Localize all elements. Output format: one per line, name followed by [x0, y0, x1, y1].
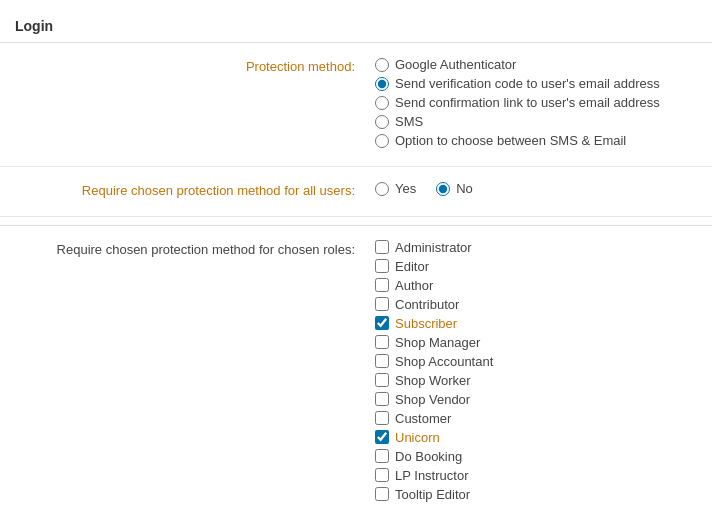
- protection-method-row: Protection method: Google AuthenticatorS…: [0, 43, 712, 167]
- protection-method-option[interactable]: Google Authenticator: [375, 57, 702, 72]
- protection-method-options: Google AuthenticatorSend verification co…: [370, 43, 712, 167]
- require-roles-row: Require chosen protection method for cho…: [0, 225, 712, 515]
- role-checkbox-option[interactable]: Shop Worker: [375, 373, 702, 388]
- require-roles-options: AdministratorEditorAuthorContributorSubs…: [370, 225, 712, 515]
- role-checkbox-option[interactable]: Shop Accountant: [375, 354, 702, 369]
- protection-method-label: Protection method:: [0, 43, 370, 167]
- section-title: Login: [0, 10, 712, 43]
- require-all-users-options: YesNo: [370, 167, 712, 217]
- role-checkbox-option[interactable]: Unicorn: [375, 430, 702, 445]
- protection-method-option[interactable]: Option to choose between SMS & Email: [375, 133, 702, 148]
- require-all-users-option[interactable]: Yes: [375, 181, 416, 196]
- role-checkbox-option[interactable]: Author: [375, 278, 702, 293]
- spacer-row: [0, 216, 712, 225]
- role-checkbox-option[interactable]: Administrator: [375, 240, 702, 255]
- require-all-users-option[interactable]: No: [436, 181, 473, 196]
- role-checkbox-option[interactable]: LP Instructor: [375, 468, 702, 483]
- require-all-users-row: Require chosen protection method for all…: [0, 167, 712, 217]
- require-all-users-label: Require chosen protection method for all…: [0, 167, 370, 217]
- role-checkbox-option[interactable]: Shop Vendor: [375, 392, 702, 407]
- role-checkbox-option[interactable]: Tooltip Editor: [375, 487, 702, 502]
- role-checkbox-option[interactable]: Customer: [375, 411, 702, 426]
- protection-method-option[interactable]: Send confirmation link to user's email a…: [375, 95, 702, 110]
- protection-method-option[interactable]: Send verification code to user's email a…: [375, 76, 702, 91]
- role-checkbox-option[interactable]: Shop Manager: [375, 335, 702, 350]
- role-checkbox-option[interactable]: Subscriber: [375, 316, 702, 331]
- role-checkbox-option[interactable]: Contributor: [375, 297, 702, 312]
- require-roles-label: Require chosen protection method for cho…: [0, 225, 370, 515]
- role-checkbox-option[interactable]: Editor: [375, 259, 702, 274]
- protection-method-option[interactable]: SMS: [375, 114, 702, 129]
- role-checkbox-option[interactable]: Do Booking: [375, 449, 702, 464]
